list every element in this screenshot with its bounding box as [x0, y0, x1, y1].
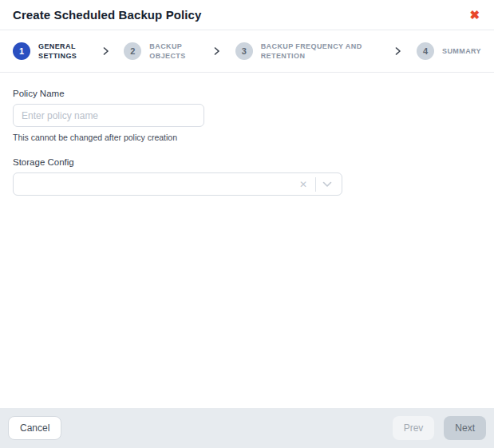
step-label: Summary [442, 46, 481, 56]
policy-name-input[interactable] [13, 104, 204, 127]
create-backup-policy-modal: Create Scheduled Backup Policy ✖ 1 Gener… [0, 0, 494, 448]
modal-body: Policy Name This cannot be changed after… [0, 73, 494, 408]
step-backup-frequency-retention[interactable]: 3 Backup Frequency and Retention [235, 42, 381, 61]
modal-footer: Cancel Prev Next [0, 408, 494, 448]
step-number-badge: 3 [235, 42, 253, 60]
modal-title: Create Scheduled Backup Policy [13, 8, 201, 22]
step-label: Backup Objects [149, 42, 199, 61]
close-icon[interactable]: ✖ [468, 7, 481, 22]
storage-config-select[interactable]: ✕ [13, 172, 342, 196]
next-button[interactable]: Next [444, 416, 486, 440]
chevron-right-icon [395, 47, 401, 55]
wizard-stepper: 1 General Settings 2 Backup Objects 3 Ba… [0, 30, 494, 73]
select-divider [315, 177, 316, 192]
prev-button[interactable]: Prev [393, 416, 435, 440]
step-summary[interactable]: 4 Summary [417, 42, 481, 60]
step-label: Backup Frequency and Retention [261, 42, 381, 61]
storage-config-field-group: Storage Config ✕ [13, 157, 481, 196]
step-number-badge: 2 [124, 42, 141, 60]
clear-icon[interactable]: ✕ [294, 178, 312, 191]
storage-config-label: Storage Config [13, 157, 481, 167]
step-label: General Settings [38, 42, 88, 61]
modal-header: Create Scheduled Backup Policy ✖ [0, 0, 494, 30]
policy-name-field-group: Policy Name This cannot be changed after… [13, 89, 481, 142]
policy-name-helper-text: This cannot be changed after policy crea… [13, 133, 481, 142]
footer-right-actions: Prev Next [393, 416, 486, 440]
step-general-settings[interactable]: 1 General Settings [13, 42, 88, 61]
chevron-right-icon [103, 47, 109, 55]
cancel-button[interactable]: Cancel [8, 416, 61, 440]
step-number-badge: 4 [417, 42, 434, 60]
step-number-badge: 1 [13, 42, 30, 60]
step-backup-objects[interactable]: 2 Backup Objects [124, 42, 199, 61]
chevron-down-icon[interactable] [319, 180, 335, 189]
policy-name-label: Policy Name [13, 89, 481, 98]
chevron-right-icon [214, 47, 220, 55]
